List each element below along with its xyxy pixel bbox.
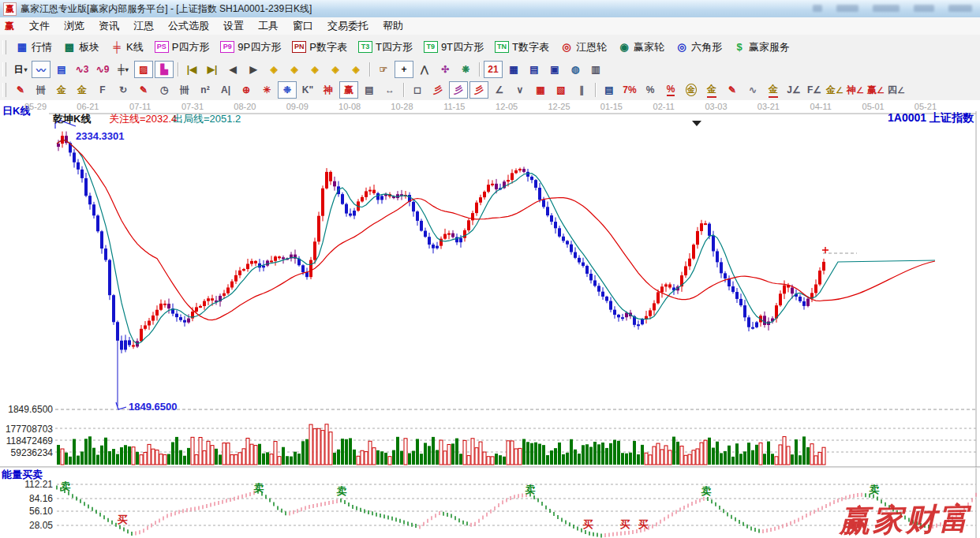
percent-button[interactable]: % [641, 81, 660, 99]
wave-3-button[interactable]: ∿3 [73, 61, 92, 78]
first-page-button[interactable]: |◀ [182, 61, 201, 78]
draw-pencil-button[interactable]: ✎ [11, 81, 30, 99]
angle-marker-button[interactable]: A| [216, 81, 235, 99]
span-measure-button[interactable]: ↔ [380, 81, 399, 99]
feature-sectors[interactable]: ▩板块 [58, 39, 105, 56]
menu-item-5[interactable]: 设置 [216, 17, 251, 35]
menu-item-4[interactable]: 公式选股 [161, 17, 216, 35]
ying-box-button[interactable]: 赢 [339, 81, 358, 99]
j-angle-button[interactable]: J∠ [784, 81, 803, 99]
gann-wheel-label: 江恩轮 [576, 40, 607, 54]
fan-boxed-red-button[interactable]: 彡 [469, 81, 488, 99]
feature-quotes[interactable]: ▦行情 [10, 39, 58, 56]
scroll-left-button[interactable]: ◈ [264, 61, 283, 78]
pencil-ruler-button[interactable]: ✎ [134, 81, 153, 99]
hand-tool-button[interactable]: ☞ [374, 61, 393, 78]
wave-chart-button[interactable]: 〰 [32, 61, 50, 78]
f-angle-button[interactable]: F∠ [805, 81, 824, 99]
pencil-2-button[interactable]: ✎ [723, 81, 742, 99]
polyline-tool-button[interactable]: ⋀ [415, 61, 434, 78]
spiral-5-button[interactable]: ↻ [114, 81, 133, 99]
compress-bars-button[interactable]: ◈ [326, 61, 345, 78]
feature-t-square[interactable]: T3T四方形 [353, 39, 418, 56]
menu-item-3[interactable]: 江恩 [126, 17, 161, 35]
circle-cross-button[interactable]: ⊕ [237, 81, 256, 99]
quote-report-button[interactable]: ▤ [52, 61, 71, 78]
menu-item-6[interactable]: 工具 [251, 17, 286, 35]
fan-boxed-purple-button[interactable]: 彡 [449, 81, 468, 99]
period-daily-icon: 日 [13, 63, 23, 77]
feature-winner-wheel[interactable]: ◉赢家轮 [612, 39, 670, 56]
n-square-button[interactable]: n² [196, 81, 215, 99]
a-wave-button[interactable]: ∿ [743, 81, 762, 99]
gold-grid-2-button[interactable]: 金 [73, 81, 92, 99]
net-data-button[interactable]: ◍ [566, 61, 585, 78]
notes-button[interactable]: ▤ [525, 61, 544, 78]
boxed-star-button[interactable]: ❉ [278, 81, 297, 99]
gold-circle-button[interactable]: 金 [682, 81, 701, 99]
shen-grid-button[interactable]: 神 [319, 81, 338, 99]
feature-p-square[interactable]: PSP四方形 [149, 39, 215, 56]
k-double-button[interactable]: K" [298, 81, 317, 99]
parallel-lines-button[interactable]: ∥ [572, 81, 591, 99]
gold-angle-button[interactable]: 金∠ [825, 81, 844, 99]
expand-bars-button[interactable]: ◈ [346, 61, 365, 78]
next-bar-icon: ▶ [249, 64, 256, 75]
feature-winner-service[interactable]: $赢家服务 [728, 39, 795, 56]
volume-profile-button[interactable]: ▙ [155, 61, 174, 78]
si-angle-button[interactable]: 四∠ [887, 81, 906, 99]
print-button[interactable]: ▥ [586, 61, 605, 78]
wave-v-button[interactable]: ∨ [511, 81, 529, 99]
angle-lines-button[interactable]: ∠ [490, 81, 509, 99]
candle-style-button[interactable]: ╪▾ [114, 61, 133, 78]
menu-item-9[interactable]: 帮助 [376, 17, 410, 35]
zoom-horizontal-button[interactable]: ◈ [305, 61, 324, 78]
titlebar[interactable]: 赢 赢家江恩专业版[赢家内部服务平台] - [上证指数 SH1A0001-239… [0, 0, 980, 18]
pattern-tool-button[interactable]: ❋ [456, 61, 475, 78]
menu-item-8[interactable]: 交易委托 [320, 17, 376, 35]
sell-signal-label: 卖 [337, 484, 347, 499]
crosshair-tool-button[interactable]: + [395, 61, 413, 78]
gold-grid-1-button[interactable]: 金 [52, 81, 71, 99]
feature-9t-square[interactable]: T99T四方形 [418, 39, 489, 56]
ruler-123-button[interactable]: ▤ [360, 81, 379, 99]
ying-angle-button[interactable]: 赢∠ [866, 81, 885, 99]
qiankun-map-button[interactable]: ▨ [134, 61, 153, 78]
last-page-button[interactable]: ▶| [203, 61, 222, 78]
chart-table-button[interactable]: ▤ [600, 81, 619, 99]
star-burst-button[interactable]: ✳ [257, 81, 276, 99]
calculator-button[interactable]: ▦ [504, 61, 523, 78]
grid-lines-button[interactable]: 卌 [32, 81, 50, 99]
fence-lines-button[interactable]: 卌 [175, 81, 194, 99]
feature-9p-square[interactable]: P99P四方形 [215, 39, 286, 56]
wave-9-button[interactable]: ∿9 [93, 61, 112, 78]
menu-item-7[interactable]: 窗口 [286, 17, 320, 35]
percent-7-button[interactable]: 7% [620, 81, 639, 99]
gold-underline-button[interactable]: 金 [764, 81, 783, 99]
box-tool-button[interactable]: ◻ [408, 81, 427, 99]
gold-line-button[interactable]: 金 [702, 81, 721, 99]
feature-p-digit-table[interactable]: PNP数字表 [286, 39, 353, 56]
f-grid-button[interactable]: F [93, 81, 112, 99]
feature-kline[interactable]: ╪K线 [105, 39, 149, 56]
percent-line-button[interactable]: % [661, 81, 680, 99]
grid-arrow-button[interactable]: ▧ [552, 81, 570, 99]
gann-tool-button[interactable]: ✣ [436, 61, 454, 78]
grid-red-button[interactable]: ▦ [531, 81, 550, 99]
scroll-right-button[interactable]: ◈ [285, 61, 304, 78]
menu-item-2[interactable]: 资讯 [92, 17, 126, 35]
prev-bar-button[interactable]: ◀ [223, 61, 242, 78]
period-daily-button[interactable]: 日▾ [11, 61, 30, 78]
next-bar-button[interactable]: ▶ [244, 61, 263, 78]
feature-gann-wheel[interactable]: ◎江恩轮 [555, 39, 612, 56]
kline-chart-canvas[interactable] [0, 100, 980, 538]
shen-angle-button[interactable]: 神∠ [846, 81, 865, 99]
feature-t-digit-table[interactable]: TNT数字表 [489, 39, 555, 56]
menu-item-1[interactable]: 浏览 [57, 17, 92, 35]
save-chart-button[interactable]: ▣ [545, 61, 564, 78]
calendar-button[interactable]: 21 [484, 61, 503, 78]
feature-hexagon[interactable]: ◎六角形 [670, 39, 728, 56]
clock-cycle-button[interactable]: ◷ [155, 81, 174, 99]
menu-item-0[interactable]: 文件 [22, 17, 57, 35]
fan-red-button[interactable]: 彡 [428, 81, 447, 99]
